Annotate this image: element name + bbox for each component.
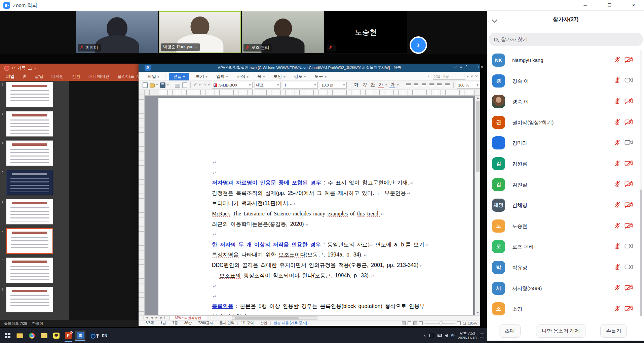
slide-thumbnail[interactable] xyxy=(6,111,53,137)
vertical-scrollbar[interactable]: ▲ ▼ xyxy=(475,96,480,315)
font-select[interactable]: T xyxy=(283,82,318,89)
hwp-menu-3[interactable]: 보기 xyxy=(191,73,212,81)
document-page[interactable]: ↵↵저자명과 자료명이 인용문 중에 포함된 경우 : 주 표시 없이 참고문헌… xyxy=(158,98,473,315)
hwp-menu-2[interactable]: 편집 xyxy=(169,73,189,81)
participant-row[interactable]: NK Namgyu kang xyxy=(487,50,644,71)
ppt-tab[interactable]: 삽입 xyxy=(31,72,47,81)
new-document-icon[interactable] xyxy=(143,82,148,88)
line-spacing-select[interactable]: 160% xyxy=(457,82,480,89)
kakaotalk-icon[interactable] xyxy=(51,331,61,341)
raise-hand-button[interactable]: 손들기 xyxy=(600,324,627,338)
font-color-button[interactable]: 가 xyxy=(378,82,384,88)
maximize-button[interactable]: ❐ xyxy=(601,0,617,11)
style-preset-select[interactable]: 대표 xyxy=(255,82,281,89)
document-tab[interactable]: APA스타일작성법 xyxy=(169,316,206,320)
participant-row[interactable]: 경숙 이 xyxy=(487,91,644,112)
find-input[interactable]: 찾을 내용 xyxy=(433,74,465,80)
align-center-button[interactable] xyxy=(422,83,426,87)
participant-row[interactable]: 소 소영 xyxy=(487,299,644,316)
close-button[interactable]: ✕ xyxy=(480,65,484,69)
participant-row[interactable]: 로 로즈 핀리 xyxy=(487,236,644,257)
hwp-icon[interactable]: 호 xyxy=(75,331,85,341)
ppt-tab[interactable]: 애니메이션 xyxy=(84,72,114,81)
video-tile-3[interactable]: 로즈 핀리 xyxy=(242,11,324,53)
ppt-quick-access-toolbar[interactable]: ↶ 기록 ▾ xyxy=(5,65,36,71)
hwp-menu-1[interactable]: 파일 xyxy=(143,73,164,81)
clock[interactable]: 오후 7:53 2020-11-18 xyxy=(458,331,477,340)
italic-button[interactable]: 가 xyxy=(361,82,368,88)
scrollbar-thumb[interactable] xyxy=(476,101,480,172)
chrome-icon[interactable] xyxy=(27,331,37,341)
participants-scrollbar[interactable] xyxy=(640,50,642,316)
new-tab-button[interactable]: + xyxy=(210,316,212,320)
view-mode-page-icon[interactable] xyxy=(402,321,406,325)
slide-thumbnail-row[interactable]: 9 xyxy=(0,287,69,314)
participant-row[interactable]: 박 박유정 xyxy=(487,257,644,278)
scroll-up-arrow[interactable]: ▲ xyxy=(475,96,481,100)
help-icon[interactable]: ? xyxy=(464,65,469,69)
invite-button[interactable]: 초대 xyxy=(499,324,521,338)
monitor-icon[interactable] xyxy=(429,334,434,337)
file-explorer-icon[interactable] xyxy=(15,331,25,341)
zoom-in-icon[interactable] xyxy=(457,321,461,325)
participant-row[interactable]: 채영 김채영 xyxy=(487,195,644,216)
scrollbar-thumb[interactable] xyxy=(640,190,642,316)
tray-chevron-icon[interactable]: ∧ xyxy=(423,334,426,338)
chevron-down-icon[interactable]: ▾ xyxy=(34,67,36,70)
bold-button[interactable]: 가 xyxy=(353,82,359,88)
track-changes-status[interactable]: 변경 내용 [기록 중지] xyxy=(271,321,310,325)
ppt-tab[interactable]: 파일 xyxy=(2,72,18,81)
video-tile-4-no-video[interactable]: 노승현 xyxy=(325,11,407,53)
slide-thumbnail[interactable] xyxy=(6,82,53,107)
hwp-menu-6[interactable]: 쪽 xyxy=(253,73,269,81)
underline-button[interactable]: 가 xyxy=(370,82,376,88)
notification-center-icon[interactable] xyxy=(480,334,484,338)
redo-icon[interactable]: ↷ xyxy=(203,82,206,88)
slide-thumbnail[interactable] xyxy=(6,287,53,312)
slide-thumbnail-row[interactable]: 5 xyxy=(0,170,69,197)
slide-thumbnail-row[interactable]: 7 xyxy=(0,228,69,255)
zoom-slider-knob[interactable] xyxy=(440,321,443,324)
slide-thumbnail-row[interactable]: 4 xyxy=(0,140,69,167)
highlight-color-button[interactable]: 가 xyxy=(389,82,396,88)
fullscreen-icon[interactable]: ⤢ xyxy=(453,65,458,69)
slide-thumbnail-row[interactable]: 8 xyxy=(0,258,69,284)
slide-thumbnail-selected[interactable] xyxy=(6,228,53,254)
scrollbar-thumb[interactable] xyxy=(235,317,299,319)
ppt-tab[interactable]: 디자인 xyxy=(47,72,68,81)
minimize-button[interactable]: ─ xyxy=(470,65,475,69)
view-mode-wide-icon[interactable] xyxy=(408,321,411,325)
start-button-icon[interactable] xyxy=(3,331,13,341)
hwp-menu-8[interactable]: 검토 xyxy=(290,73,310,81)
slide-thumbnail[interactable] xyxy=(6,140,53,166)
tab-navigation-arrows[interactable]: ❘◀ ◀ ▶ ▶❘ xyxy=(143,316,167,319)
close-button[interactable]: ✕ xyxy=(626,0,642,11)
slide-thumbnail-row[interactable]: 3 xyxy=(0,111,69,138)
ppt-slide-panel[interactable]: 23456789 xyxy=(0,81,69,320)
preview-icon[interactable] xyxy=(182,82,187,88)
slide-thumbnail[interactable] xyxy=(6,258,53,283)
hwp-menu-7[interactable]: 보안 xyxy=(269,73,290,81)
hwp-menu-4[interactable]: 입력 xyxy=(212,73,232,81)
open-file-icon[interactable] xyxy=(150,83,155,88)
arrange-icon[interactable]: ⇕ xyxy=(459,65,463,69)
participant-search-input[interactable]: 참가자 찾기 xyxy=(489,33,643,46)
magnifier-icon[interactable] xyxy=(463,322,466,325)
participant-row[interactable]: 김 김진실 xyxy=(487,174,644,195)
style-select[interactable]: .S-LIB-BOX xyxy=(212,82,253,89)
powerpoint-icon[interactable]: P xyxy=(63,331,73,341)
ppt-tab[interactable]: 전환 xyxy=(68,72,84,81)
video-tile-1[interactable]: 이지미 xyxy=(76,11,158,53)
zoom-out-icon[interactable] xyxy=(419,321,423,325)
hwp-menu-5[interactable]: 서식 xyxy=(232,73,253,81)
chevron-collapse-icon[interactable]: ∨ xyxy=(469,74,474,78)
folder-icon[interactable] xyxy=(39,331,49,341)
participant-row[interactable]: 서 서지형(2499) xyxy=(487,278,644,299)
restore-button[interactable]: ▢ xyxy=(475,65,480,69)
zoom-slider[interactable] xyxy=(425,323,455,323)
next-videos-button[interactable]: › xyxy=(411,38,426,53)
participant-row[interactable]: 경 경숙 이 xyxy=(487,71,644,92)
align-justify-button[interactable] xyxy=(406,83,410,87)
volume-icon[interactable] xyxy=(445,334,448,337)
slide-thumbnail[interactable] xyxy=(6,199,53,225)
